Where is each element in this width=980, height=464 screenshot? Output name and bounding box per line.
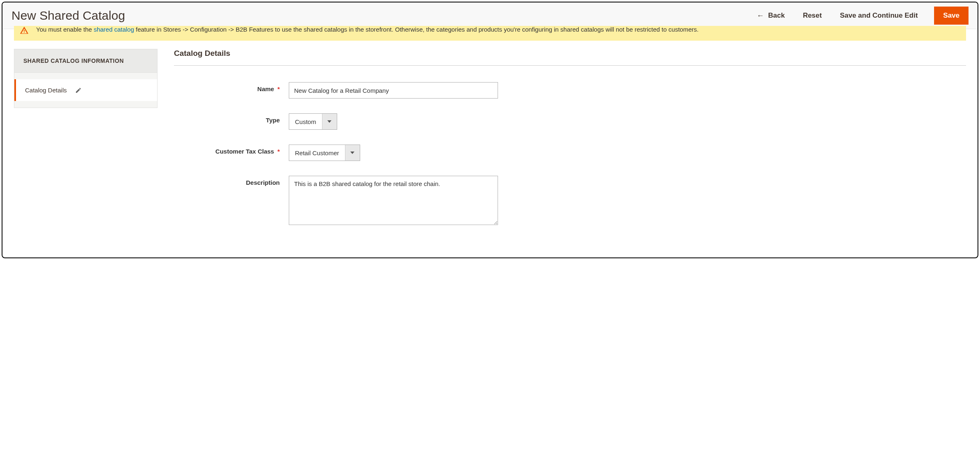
notice-wrapper: You must enable the shared catalog featu… (2, 26, 978, 49)
save-button[interactable]: Save (934, 7, 969, 25)
page-frame: New Shared Catalog ← Back Reset Save and… (2, 2, 978, 258)
sidebar: SHARED CATALOG INFORMATION Catalog Detai… (14, 49, 158, 108)
save-button-label: Save (943, 11, 959, 19)
notice-text-pre: You must enable the (36, 26, 94, 33)
page-actions: ← Back Reset Save and Continue Edit Save (755, 7, 969, 25)
sidebar-item-label: Catalog Details (25, 87, 67, 94)
required-star-icon: * (277, 148, 280, 155)
pencil-icon (75, 87, 82, 94)
name-input[interactable] (289, 82, 498, 99)
shared-catalog-link[interactable]: shared catalog (94, 26, 134, 33)
back-button-label: Back (768, 11, 785, 20)
save-continue-button-label: Save and Continue Edit (840, 11, 918, 20)
label-tax-class-text: Customer Tax Class (215, 148, 274, 155)
main-columns: SHARED CATALOG INFORMATION Catalog Detai… (2, 49, 978, 241)
page-title: New Shared Catalog (11, 9, 125, 23)
sidebar-header: SHARED CATALOG INFORMATION (14, 49, 158, 73)
required-star-icon: * (277, 85, 280, 92)
chevron-down-icon (345, 145, 360, 161)
warning-notice: You must enable the shared catalog featu… (14, 26, 966, 41)
panel-title: Catalog Details (174, 49, 966, 66)
sidebar-items: Catalog Details (14, 73, 158, 108)
back-button[interactable]: ← Back (755, 8, 786, 23)
label-tax-class: Customer Tax Class * (174, 145, 289, 155)
notice-text-post: feature in Stores -> Configuration -> B2… (134, 26, 699, 33)
tax-class-select[interactable]: Retail Customer (289, 145, 360, 161)
chevron-down-icon (322, 114, 337, 129)
label-description-text: Description (246, 179, 280, 186)
notice-text: You must enable the shared catalog featu… (36, 25, 699, 34)
label-type-text: Type (266, 117, 280, 124)
label-name-text: Name (257, 85, 274, 92)
reset-button[interactable]: Reset (801, 8, 823, 23)
row-name: Name * (174, 82, 966, 99)
description-textarea[interactable] (289, 176, 498, 225)
type-select[interactable]: Custom (289, 113, 337, 130)
row-type: Type Custom (174, 113, 966, 130)
label-type: Type (174, 113, 289, 124)
warning-icon (20, 26, 29, 35)
content-area: You must enable the shared catalog featu… (2, 26, 978, 257)
reset-button-label: Reset (803, 11, 822, 20)
sidebar-item-catalog-details[interactable]: Catalog Details (14, 79, 157, 101)
save-continue-button[interactable]: Save and Continue Edit (838, 8, 919, 23)
arrow-left-icon: ← (756, 11, 764, 20)
row-tax-class: Customer Tax Class * Retail Customer (174, 145, 966, 161)
tax-class-select-value: Retail Customer (289, 145, 345, 161)
type-select-value: Custom (289, 114, 322, 129)
label-description: Description (174, 176, 289, 186)
form-panel: Catalog Details Name * Type (174, 49, 966, 241)
label-name: Name * (174, 82, 289, 92)
row-description: Description (174, 176, 966, 226)
